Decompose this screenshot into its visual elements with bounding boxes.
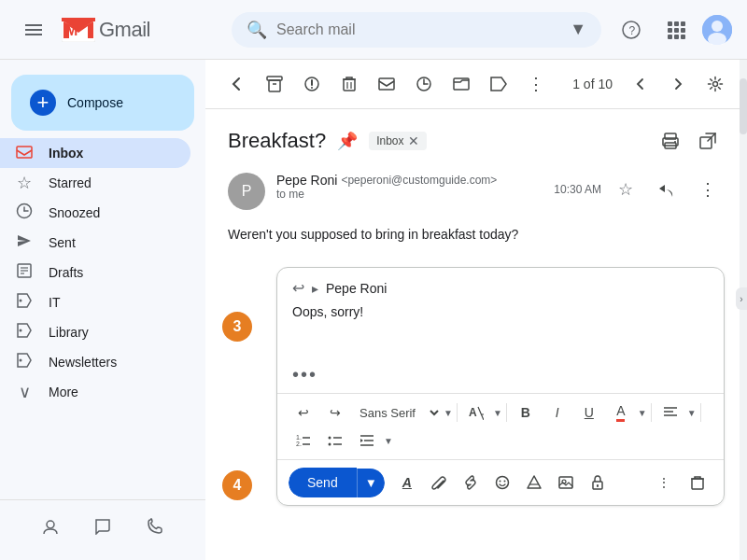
undo-button[interactable]: ↩	[289, 399, 318, 426]
sidebar-item-newsletters[interactable]: Newsletters	[0, 347, 190, 377]
svg-point-29	[20, 329, 22, 331]
pagination-count: 1 of 10	[565, 77, 620, 91]
svg-text:1.: 1.	[296, 434, 302, 441]
format-separator-2	[506, 403, 507, 422]
email-view: Breakfast? 📌 Inbox ✕	[205, 109, 747, 560]
mark-unread-button[interactable]	[370, 67, 403, 101]
font-select-chevron: ▼	[444, 408, 453, 418]
svg-point-28	[20, 299, 22, 301]
more-options-button[interactable]: ⋮	[519, 67, 553, 101]
reply-button[interactable]	[650, 173, 684, 206]
numbered-list-button[interactable]: 1.2.	[289, 427, 318, 454]
sidebar-item-library-label: Library	[49, 325, 89, 340]
inbox-tag-label: Inbox	[376, 134, 403, 147]
scrollbar-thumb[interactable]	[740, 78, 747, 134]
scrollbar-track[interactable]	[740, 60, 747, 560]
contacts-button[interactable]	[32, 508, 69, 545]
topbar: M Gmail 🔍 ▼ ?	[0, 0, 747, 60]
tag-close-button[interactable]: ✕	[408, 133, 419, 148]
sidebar-item-starred[interactable]: ☆ Starred	[0, 168, 190, 198]
reply-separator: ▸	[312, 281, 318, 296]
svg-point-30	[20, 358, 22, 361]
sender-name-row: Pepe Roni <peperoni@customguide.com>	[276, 173, 543, 188]
more-send-options-button[interactable]: ⋮	[649, 469, 679, 496]
library-tag-icon	[15, 322, 34, 343]
attach-button[interactable]	[424, 469, 454, 496]
svg-text:?: ?	[629, 23, 636, 36]
inbox-tag: Inbox ✕	[369, 132, 426, 150]
redo-button[interactable]: ↪	[320, 399, 350, 426]
font-size-button[interactable]: A	[461, 399, 491, 426]
sidebar-item-drafts[interactable]: Drafts	[0, 258, 190, 287]
reply-body[interactable]: Oops, sorry!	[277, 301, 724, 357]
star-button[interactable]: ☆	[609, 173, 642, 206]
sender-more-button[interactable]: ⋮	[691, 173, 725, 206]
archive-button[interactable]	[258, 67, 291, 101]
sidebar-item-inbox[interactable]: Inbox	[0, 138, 190, 168]
avatar[interactable]	[702, 15, 732, 45]
sidebar-item-snoozed[interactable]: Snoozed	[0, 198, 190, 228]
sidebar-item-more[interactable]: ∨ More	[0, 377, 190, 407]
sidebar-item-it[interactable]: IT	[0, 287, 190, 317]
reply-ellipsis[interactable]: •••	[277, 357, 724, 393]
apps-button[interactable]	[657, 11, 695, 49]
discard-draft-button[interactable]	[683, 469, 712, 496]
print-button[interactable]	[654, 124, 687, 158]
confidential-button[interactable]	[583, 469, 613, 496]
resize-handle[interactable]: ›	[736, 287, 747, 310]
inbox-icon	[15, 143, 34, 164]
gmail-logo: M Gmail	[62, 18, 150, 42]
format-text-button[interactable]: A	[392, 469, 422, 496]
sidebar-item-sent[interactable]: Sent	[0, 228, 190, 258]
emoji-button[interactable]	[487, 469, 517, 496]
next-email-button[interactable]	[661, 67, 695, 101]
text-color-button[interactable]: A	[606, 399, 636, 426]
back-button[interactable]	[220, 67, 254, 101]
prev-email-button[interactable]	[624, 67, 657, 101]
phone-button[interactable]	[136, 508, 174, 545]
it-tag-icon	[15, 292, 34, 314]
align-button[interactable]	[655, 399, 685, 426]
move-to-button[interactable]	[444, 67, 478, 101]
delete-button[interactable]	[332, 67, 366, 101]
open-in-new-button[interactable]	[691, 124, 725, 158]
snooze-button[interactable]	[407, 67, 441, 101]
chat-button[interactable]	[84, 508, 121, 545]
svg-rect-16	[681, 35, 685, 39]
search-dropdown-icon[interactable]: ▼	[570, 20, 586, 39]
menu-button[interactable]	[15, 11, 52, 49]
photo-button[interactable]	[551, 469, 581, 496]
font-size-chevron: ▼	[493, 408, 502, 418]
pagination: 1 of 10	[565, 67, 732, 101]
sender-info: Pepe Roni <peperoni@customguide.com> to …	[276, 173, 543, 201]
indent-button[interactable]	[352, 427, 382, 454]
svg-point-37	[311, 87, 313, 89]
svg-point-68	[496, 477, 508, 489]
svg-point-69	[499, 481, 500, 483]
svg-rect-9	[674, 21, 679, 26]
send-button[interactable]: Send	[289, 468, 357, 497]
font-family-select[interactable]: Sans Serif Serif Monospace	[352, 405, 442, 421]
svg-rect-11	[668, 28, 672, 33]
svg-rect-10	[681, 21, 685, 26]
search-bar[interactable]: 🔍 ▼	[232, 12, 601, 48]
send-dropdown-button[interactable]: ▼	[357, 469, 385, 497]
label-button[interactable]	[482, 67, 515, 101]
settings-button[interactable]	[698, 67, 732, 101]
italic-button[interactable]: I	[543, 399, 572, 426]
sidebar-item-sent-label: Sent	[49, 235, 76, 250]
sender-to[interactable]: to me	[276, 188, 543, 201]
compose-button[interactable]: + Compose	[11, 75, 194, 131]
report-spam-button[interactable]	[295, 67, 329, 101]
search-input[interactable]	[276, 21, 560, 38]
bold-button[interactable]: B	[511, 399, 541, 426]
sidebar-item-library[interactable]: Library	[0, 317, 190, 347]
email-toolbar: ⋮ 1 of 10	[205, 60, 747, 109]
drive-button[interactable]	[519, 469, 549, 496]
underline-button[interactable]: U	[574, 399, 604, 426]
svg-point-50	[674, 141, 676, 143]
svg-rect-15	[674, 35, 679, 39]
link-button[interactable]	[456, 469, 486, 496]
bullet-list-button[interactable]	[320, 427, 350, 454]
help-button[interactable]: ?	[613, 11, 650, 49]
